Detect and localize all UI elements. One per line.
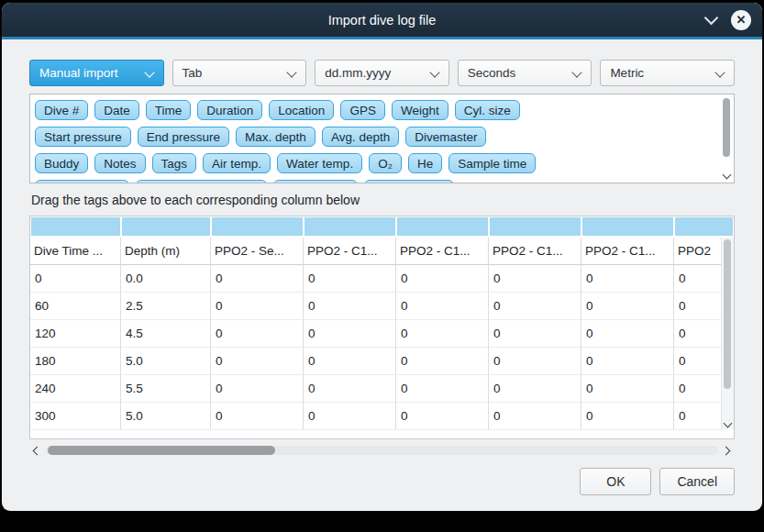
table-cell: 0 <box>581 265 674 293</box>
combo-tab[interactable]: Tab <box>172 60 307 86</box>
table-cell: 0 <box>30 265 121 293</box>
tag-he[interactable]: He <box>408 153 442 173</box>
tag-sample-depth[interactable]: Sample depth <box>35 180 129 183</box>
tag-max-depth[interactable]: Max. depth <box>236 127 316 147</box>
column-header: PPO2 - Se... <box>211 238 304 265</box>
table-cell: 0 <box>489 375 581 403</box>
combo-selected-value: Seconds <box>468 66 516 80</box>
drag-instruction-label: Drag the tags above to each correspondin… <box>31 193 735 207</box>
ok-button[interactable]: OK <box>580 468 651 495</box>
table-cell: 0 <box>211 348 304 375</box>
table-rows: 00.0000000602.50000001204.50000001805.00… <box>30 265 722 430</box>
tag-air-temp[interactable]: Air temp. <box>203 153 271 173</box>
table-cell: 5.0 <box>121 403 211 430</box>
drop-target[interactable] <box>397 217 490 236</box>
table-cell: 0 <box>396 265 489 293</box>
scroll-down-icon[interactable] <box>723 420 732 429</box>
cancel-button[interactable]: Cancel <box>659 468 735 495</box>
table-cell: 0 <box>489 293 581 320</box>
table-row: 602.5000000 <box>30 293 722 320</box>
tag-divemaster[interactable]: Divemaster <box>405 127 486 147</box>
tag-cyl-size[interactable]: Cyl. size <box>455 100 520 120</box>
table-cell: 0 <box>674 375 722 403</box>
table-cell: 0 <box>489 348 581 375</box>
dialog-content: Manual importTabdd.mm.yyyySecondsMetric … <box>2 39 762 495</box>
scroll-left-icon[interactable] <box>31 445 42 456</box>
tag-dive[interactable]: Dive # <box>35 100 88 120</box>
combo-manual-import[interactable]: Manual import <box>29 60 164 86</box>
drop-target[interactable] <box>582 217 675 236</box>
table-cell: 0 <box>211 403 304 430</box>
drop-target[interactable] <box>675 217 733 236</box>
tag-sample-cns[interactable]: Sample CNS <box>364 180 454 183</box>
column-header: PPO2 - C1... <box>489 238 581 265</box>
combo-dd-mm-yyyy[interactable]: dd.mm.yyyy <box>315 60 449 86</box>
scrollbar-track[interactable] <box>46 446 718 455</box>
tag-start-pressure[interactable]: Start pressure <box>35 127 131 147</box>
tag-date[interactable]: Date <box>94 100 139 120</box>
tag-end-pressure[interactable]: End pressure <box>138 127 229 147</box>
tag-tags[interactable]: Tags <box>152 153 197 173</box>
column-header: PPO2 - C1... <box>581 238 674 265</box>
table-cell: 5.5 <box>121 375 211 403</box>
tag-buddy[interactable]: Buddy <box>35 153 88 173</box>
table-cell: 0 <box>581 403 674 430</box>
tag-avg-depth[interactable]: Avg. depth <box>322 127 399 147</box>
close-button[interactable]: ✕ <box>731 10 751 30</box>
table-cell: 0 <box>396 320 489 348</box>
tag-sample-po[interactable]: Sample pO₂ <box>273 180 359 183</box>
import-preview-table: Dive Time ...Depth (m)PPO2 - Se...PPO2 -… <box>29 216 735 439</box>
chevron-down-icon <box>572 67 582 77</box>
table-body: Dive Time ...Depth (m)PPO2 - Se...PPO2 -… <box>30 238 734 430</box>
table-cell: 0 <box>581 348 674 375</box>
tag-notes[interactable]: Notes <box>94 153 145 173</box>
table-cell: 0 <box>489 320 581 348</box>
titlebar[interactable]: Import dive log file ✕ <box>2 3 762 37</box>
combo-seconds[interactable]: Seconds <box>458 60 592 86</box>
combo-row: Manual importTabdd.mm.yyyySecondsMetric <box>29 60 735 86</box>
tag-sample-time[interactable]: Sample time <box>448 153 536 173</box>
tag-location[interactable]: Location <box>269 100 334 120</box>
tag-gps[interactable]: GPS <box>340 100 385 120</box>
table-cell: 0 <box>304 375 396 403</box>
scrollbar-thumb[interactable] <box>48 446 275 455</box>
table-cell: 0 <box>674 320 722 348</box>
import-dialog-window: Import dive log file ✕ Manual importTabd… <box>2 3 762 511</box>
drop-target[interactable] <box>304 217 397 236</box>
combo-metric[interactable]: Metric <box>600 60 735 86</box>
table-cell: 0 <box>211 265 304 293</box>
table-cell: 0 <box>304 320 396 348</box>
drop-target[interactable] <box>31 217 122 236</box>
tag-row: Start pressureEnd pressureMax. depthAvg.… <box>35 127 712 149</box>
drop-target[interactable] <box>490 217 582 236</box>
tag-sample-temperature[interactable]: Sample temperature <box>136 180 266 183</box>
scroll-down-icon[interactable] <box>722 172 731 181</box>
scroll-right-icon[interactable] <box>722 445 733 456</box>
tag-duration[interactable]: Duration <box>197 100 262 120</box>
tag-time[interactable]: Time <box>146 100 192 120</box>
combo-selected-value: Tab <box>183 66 203 80</box>
scrollbar-thumb[interactable] <box>724 239 731 389</box>
table-cell: 60 <box>30 293 121 320</box>
chevron-down-icon[interactable] <box>704 11 719 26</box>
tag-weight[interactable]: Weight <box>392 100 448 120</box>
tag-row: Sample depthSample temperatureSample pO₂… <box>35 180 712 183</box>
table-cell: 0 <box>304 403 396 430</box>
tag-water-temp[interactable]: Water temp. <box>277 153 362 173</box>
table-horizontal-scrollbar[interactable] <box>29 444 735 457</box>
chevron-down-icon <box>287 67 297 77</box>
table-cell: 240 <box>30 375 121 403</box>
drop-target[interactable] <box>212 217 304 236</box>
combo-selected-value: Metric <box>610 66 644 80</box>
tag-area-scrollbar[interactable] <box>721 96 732 181</box>
scrollbar-thumb[interactable] <box>723 98 730 157</box>
tag-o[interactable]: O₂ <box>369 153 402 173</box>
table-vertical-scrollbar[interactable] <box>721 238 734 429</box>
table-cell: 4.5 <box>121 320 211 348</box>
table-row: 1204.5000000 <box>30 320 722 348</box>
drop-target[interactable] <box>122 217 212 236</box>
table-cell: 0 <box>489 265 581 293</box>
column-header: Dive Time ... <box>30 238 121 265</box>
column-header: Depth (m) <box>121 238 211 265</box>
table-row: 1805.0000000 <box>30 348 722 375</box>
